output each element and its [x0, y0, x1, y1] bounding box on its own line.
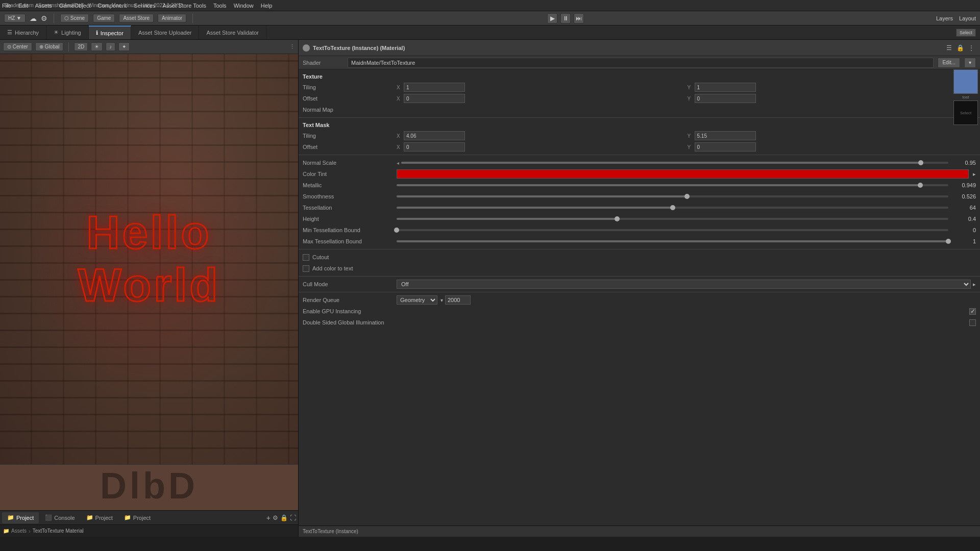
menu-services[interactable]: Services	[134, 3, 155, 9]
smoothness-track[interactable]	[397, 195, 948, 197]
menu-asset-store-tools[interactable]: Asset Store Tools	[163, 3, 206, 9]
text-mask-tiling-inputs: X Y	[397, 131, 976, 140]
texture-thumb-color[interactable]	[953, 69, 978, 94]
scene-tab-btn[interactable]: ⬡ Scene	[60, 14, 89, 22]
scene-2d-btn[interactable]: 2D	[74, 42, 88, 51]
min-tess-thumb[interactable]	[394, 228, 399, 233]
menu-tools[interactable]: Tools	[213, 3, 227, 9]
add-color-checkbox[interactable]	[303, 265, 309, 272]
inspector-icon: ℹ	[96, 30, 98, 36]
normal-scale-label: Normal Scale	[303, 160, 395, 166]
shader-extra-btn[interactable]: ▾	[964, 58, 976, 68]
color-expand-icon[interactable]: ▸	[973, 171, 976, 178]
layers-button[interactable]: Layers	[936, 15, 953, 21]
btab-project-2[interactable]: 📁 Project	[81, 512, 118, 523]
btab-console[interactable]: ⬛ Console	[40, 512, 80, 523]
play-button[interactable]: ▶	[547, 13, 557, 23]
color-tint-swatch[interactable]	[397, 169, 969, 179]
layout-button[interactable]: Layout	[959, 15, 976, 21]
center-mode-btn[interactable]: ⊙ Center	[3, 42, 32, 51]
max-tess-track[interactable]	[397, 240, 948, 242]
height-thumb[interactable]	[615, 216, 620, 221]
offset-label: Offset	[303, 95, 395, 102]
bottom-maximize-btn[interactable]: ⛶	[290, 514, 296, 521]
insp-open-btn[interactable]: ☰	[944, 43, 953, 53]
cull-mode-label: Cull Mode	[303, 281, 395, 287]
bottom-add-btn[interactable]: +	[266, 514, 271, 522]
insp-more-btn[interactable]: ⋮	[967, 43, 976, 53]
metallic-thumb[interactable]	[918, 183, 923, 188]
tessellation-thumb[interactable]	[670, 205, 675, 210]
project-breadcrumb: 📁 Assets › TextToTexture Material	[0, 524, 298, 537]
cull-mode-expand[interactable]: ▸	[973, 281, 976, 288]
gpu-instancing-checkbox[interactable]: ✓	[969, 308, 976, 315]
game-tab-btn[interactable]: Game	[93, 14, 115, 22]
scene-audio-btn[interactable]: ♪	[106, 42, 115, 51]
normal-scale-track[interactable]	[401, 162, 948, 164]
tab-hierarchy[interactable]: ☰ Hierarchy	[0, 26, 46, 39]
asset-store-btn[interactable]: Asset Store	[119, 14, 154, 22]
texture-section-header: Texture	[299, 71, 980, 82]
double-sided-label: Double Sided Global Illumination	[303, 319, 395, 325]
double-sided-checkbox[interactable]	[969, 319, 976, 326]
btab-project-3[interactable]: 📁 Project	[119, 512, 156, 523]
menu-gameobject[interactable]: GameObject	[59, 3, 91, 9]
texture-thumb-dark[interactable]: Select	[953, 101, 978, 125]
min-tess-track[interactable]	[397, 229, 948, 231]
smoothness-thumb[interactable]	[684, 194, 690, 199]
tm-tiling-y-input[interactable]	[695, 131, 756, 140]
normal-scale-value: 0.95	[950, 160, 976, 166]
height-track[interactable]	[397, 218, 948, 220]
cutout-checkbox[interactable]	[303, 254, 309, 261]
render-queue-value-input[interactable]	[445, 295, 471, 305]
shader-value-input[interactable]	[348, 58, 934, 68]
breadcrumb-item[interactable]: TextToTexture Material	[33, 528, 84, 534]
menu-help[interactable]: Help	[261, 3, 273, 9]
menu-file[interactable]: File	[2, 3, 11, 9]
tm-offset-y-group: Y	[688, 142, 976, 152]
scene-light-btn[interactable]: ☀	[91, 42, 103, 51]
menu-assets[interactable]: Assets	[35, 3, 52, 9]
insp-lock-btn[interactable]: 🔒	[955, 43, 965, 53]
pause-button[interactable]: ⏸	[560, 13, 571, 23]
menu-window[interactable]: Window	[234, 3, 254, 9]
inspector-panel: TextToTexture (Instance) (Material) ☰ 🔒 …	[299, 40, 980, 537]
render-queue-type-select[interactable]: Geometry Background AlphaTest Transparen…	[397, 295, 437, 305]
gpu-instancing-row: Enable GPU Instancing ✓	[299, 306, 980, 317]
tessellation-track[interactable]	[397, 207, 948, 209]
offset-x-input[interactable]	[404, 94, 465, 103]
shader-edit-btn[interactable]: Edit...	[938, 58, 960, 68]
animator-btn[interactable]: Animator	[158, 14, 186, 22]
scene-more-btn[interactable]: ⋮	[289, 43, 295, 50]
scene-fx-btn[interactable]: ✦	[118, 42, 130, 51]
tab-asset-store-validator[interactable]: Asset Store Validator	[199, 26, 266, 39]
btab-project-1[interactable]: 📁 Project	[2, 512, 39, 523]
tab-asset-store-uploader[interactable]: Asset Store Uploader	[131, 26, 200, 39]
tm-offset-y-input[interactable]	[695, 142, 756, 152]
bottom-settings-btn[interactable]: ⚙	[273, 514, 278, 521]
global-mode-btn[interactable]: ⊕ Global	[35, 42, 64, 51]
metallic-track[interactable]	[397, 184, 948, 186]
tiling-y-input[interactable]	[695, 83, 756, 92]
menu-component[interactable]: Component	[97, 3, 127, 9]
normal-scale-thumb[interactable]	[918, 160, 923, 165]
bottom-lock-btn[interactable]: 🔒	[280, 514, 288, 521]
tab-lighting[interactable]: ☀ Lighting	[46, 26, 89, 39]
hz-button[interactable]: HZ ▼	[4, 14, 26, 22]
select-button[interactable]: Select	[956, 29, 976, 37]
scene-viewport[interactable]: Hello World	[0, 54, 298, 464]
step-button[interactable]: ⏭	[574, 13, 584, 23]
tab-inspector[interactable]: ℹ Inspector	[89, 26, 131, 39]
double-sided-row: Double Sided Global Illumination	[299, 317, 980, 328]
tm-offset-x-input[interactable]	[404, 142, 465, 152]
tiling-x-input[interactable]	[404, 83, 465, 92]
footer-status-text: TextToTexture (Instance)	[303, 529, 358, 534]
max-tess-thumb[interactable]	[946, 239, 951, 244]
tm-tiling-x-input[interactable]	[404, 131, 465, 140]
tiling-inputs: X Y	[397, 83, 976, 92]
menu-edit[interactable]: Edit	[18, 3, 28, 9]
offset-y-input[interactable]	[695, 94, 756, 103]
cull-mode-select[interactable]: Off Front Back	[397, 280, 971, 289]
double-sided-check-container	[398, 319, 976, 326]
gpu-instancing-label: Enable GPU Instancing	[303, 308, 395, 314]
